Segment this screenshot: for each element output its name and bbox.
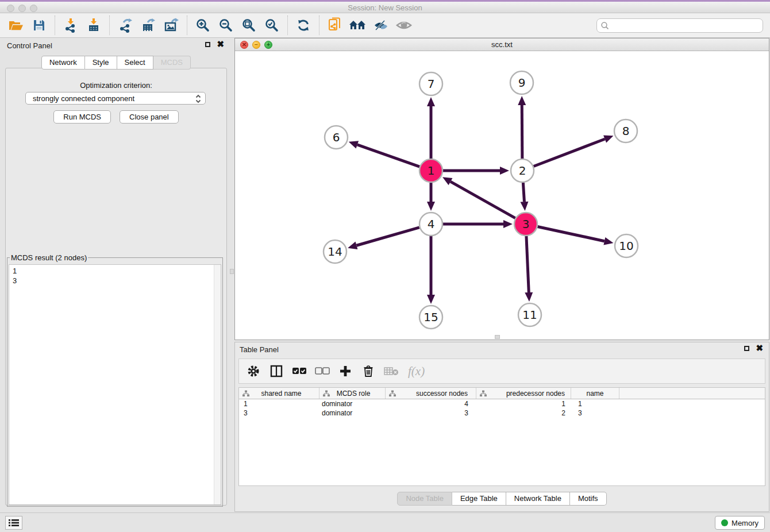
graph-node-label: 11 xyxy=(522,308,537,322)
first-neighbors-icon[interactable] xyxy=(348,16,368,35)
graph-edge-arrowhead xyxy=(603,135,613,142)
search-input[interactable] xyxy=(610,20,763,32)
node-table: shared name MCDS role successor nodes pr… xyxy=(238,387,765,486)
column-header-successor-nodes[interactable]: successor nodes xyxy=(386,388,476,399)
import-table-icon[interactable] xyxy=(83,16,104,35)
cell-shared-name[interactable]: 3 xyxy=(239,408,319,418)
show-columns-icon[interactable] xyxy=(269,364,284,379)
export-image-icon[interactable] xyxy=(161,16,182,35)
graph-edge-2-9[interactable] xyxy=(522,105,522,159)
tab-edge-table[interactable]: Edge Table xyxy=(452,492,506,506)
toolbar-separator xyxy=(187,16,187,35)
import-network-icon[interactable] xyxy=(60,16,81,35)
graph-node-label: 8 xyxy=(622,124,630,138)
result-scrollbar[interactable] xyxy=(214,265,221,504)
float-table-panel-icon[interactable] xyxy=(744,346,749,351)
deselect-all-icon[interactable] xyxy=(315,364,330,379)
memory-status-icon xyxy=(721,519,728,526)
graph-edge-arrowhead xyxy=(503,220,513,228)
search-field[interactable] xyxy=(596,18,763,33)
close-table-panel-icon[interactable]: ✖ xyxy=(756,345,763,351)
cell-predecessor-nodes[interactable]: 2 xyxy=(476,408,571,418)
tab-mcds[interactable]: MCDS xyxy=(153,56,191,70)
graph-node-label: 7 xyxy=(428,77,435,91)
float-panel-icon[interactable] xyxy=(205,42,210,47)
graph-edge-arrowhead xyxy=(521,202,529,211)
save-session-icon[interactable] xyxy=(29,16,49,35)
control-panel: Control Panel ✖ Network Style Select MCD… xyxy=(2,38,230,511)
splitter-handle[interactable] xyxy=(230,269,234,274)
run-mcds-button[interactable]: Run MCDS xyxy=(53,110,111,124)
tab-style[interactable]: Style xyxy=(85,56,117,70)
delete-column-icon[interactable] xyxy=(361,364,376,379)
clone-network-icon[interactable] xyxy=(325,16,345,35)
task-history-button[interactable] xyxy=(5,516,22,530)
graph-edge-3-11[interactable] xyxy=(526,236,529,292)
table-header-row: shared name MCDS role successor nodes pr… xyxy=(239,388,765,399)
graph-edge-3-10[interactable] xyxy=(538,226,605,241)
graph-edge-1-6[interactable] xyxy=(357,145,419,167)
show-all-icon xyxy=(394,16,414,35)
table-tabs: Node Table Edge Table Network Table Moti… xyxy=(235,492,769,506)
memory-label: Memory xyxy=(732,519,759,527)
export-network-icon[interactable] xyxy=(115,16,136,35)
column-header-predecessor-nodes[interactable]: predecessor nodes xyxy=(476,388,571,399)
close-panel-icon[interactable]: ✖ xyxy=(217,41,224,47)
cell-name[interactable]: 3 xyxy=(571,408,619,418)
tab-network[interactable]: Network xyxy=(41,56,85,70)
export-table-icon[interactable] xyxy=(138,16,159,35)
open-file-icon[interactable] xyxy=(6,16,26,35)
table-panel: Table Panel ✖ f(x) xyxy=(234,342,769,512)
toolbar-separator xyxy=(109,16,110,35)
tab-select[interactable]: Select xyxy=(117,56,153,70)
zoom-out-icon[interactable] xyxy=(215,16,236,35)
zoom-in-icon[interactable] xyxy=(192,16,213,35)
tab-node-table[interactable]: Node Table xyxy=(397,492,452,506)
memory-button[interactable]: Memory xyxy=(715,516,765,530)
graph-node-label: 2 xyxy=(519,164,526,178)
graph-edge-2-8[interactable] xyxy=(534,139,605,167)
graph-edge-3-1[interactable] xyxy=(451,182,515,218)
cell-successor-nodes[interactable]: 4 xyxy=(386,399,476,408)
network-view-window: ✕ − + scc.txt 1234678910111415 xyxy=(234,38,769,340)
graph-node-label: 3 xyxy=(522,217,530,231)
main-toolbar xyxy=(0,13,770,38)
cell-shared-name[interactable]: 1 xyxy=(239,399,319,408)
table-settings-gear-icon[interactable] xyxy=(246,364,261,379)
graph-edge-arrowhead xyxy=(427,97,435,106)
refresh-icon[interactable] xyxy=(293,16,314,35)
network-canvas[interactable]: 1234678910111415 xyxy=(235,51,769,340)
toolbar-separator xyxy=(287,16,288,35)
cell-predecessor-nodes[interactable]: 1 xyxy=(476,399,571,408)
cell-name[interactable]: 1 xyxy=(571,399,619,408)
table-row[interactable]: 3 dominator 3 2 3 xyxy=(239,408,765,418)
graph-edge-arrowhead xyxy=(603,237,613,245)
close-panel-button[interactable]: Close panel xyxy=(120,110,179,124)
criterion-dropdown[interactable]: strongly connected component xyxy=(25,92,206,105)
mcds-result-title: MCDS result (2 nodes) xyxy=(10,253,88,262)
tab-motifs[interactable]: Motifs xyxy=(570,492,607,506)
hide-selected-icon[interactable] xyxy=(371,16,391,35)
graph-edge-4-14[interactable] xyxy=(356,228,419,245)
window-titlebar: Session: New Session xyxy=(0,0,770,13)
graph-edge-arrowhead xyxy=(349,141,359,148)
mcds-result-textarea[interactable]: 1 3 xyxy=(9,264,221,505)
result-line: 3 xyxy=(13,276,221,286)
table-row[interactable]: 1 dominator 4 1 1 xyxy=(239,399,765,408)
splitter-handle[interactable] xyxy=(495,335,500,339)
add-column-icon[interactable] xyxy=(338,364,353,379)
column-header-shared-name[interactable]: shared name xyxy=(239,388,319,399)
cell-mcds-role[interactable]: dominator xyxy=(319,408,386,418)
tab-network-table[interactable]: Network Table xyxy=(506,492,570,506)
column-type-icon xyxy=(242,390,249,397)
result-line: 1 xyxy=(13,266,221,276)
cell-mcds-role[interactable]: dominator xyxy=(319,399,386,408)
select-all-icon[interactable] xyxy=(292,364,307,379)
zoom-selected-icon[interactable] xyxy=(261,16,282,35)
column-header-mcds-role[interactable]: MCDS role xyxy=(319,388,386,399)
zoom-fit-icon[interactable] xyxy=(238,16,259,35)
graph-edge-2-3[interactable] xyxy=(523,183,524,202)
column-header-name[interactable]: name xyxy=(571,388,619,399)
cell-successor-nodes[interactable]: 3 xyxy=(386,408,476,418)
graph-edge-arrowhead xyxy=(500,167,509,175)
